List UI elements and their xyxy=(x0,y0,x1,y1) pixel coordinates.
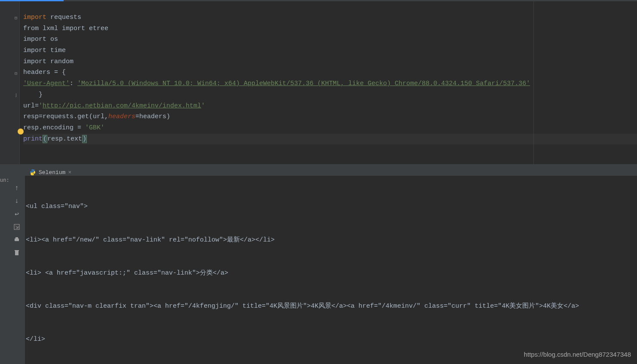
console-line: <div class="nav-m clearfix tran"><a href… xyxy=(26,301,637,312)
trash-icon[interactable] xyxy=(12,248,21,257)
scroll-up-icon[interactable]: ↑ xyxy=(12,184,21,193)
code-line[interactable]: url='http://pic.netbian.com/4kmeinv/inde… xyxy=(23,101,637,112)
run-tool-window: un: ↑ ↓ ↩ Selenium × <ul class="nav"> <l… xyxy=(0,169,637,364)
fold-marker-icon[interactable]: ⊟ xyxy=(13,16,18,21)
watermark-text: https://blog.csdn.net/Deng872347348 xyxy=(524,351,631,358)
svg-rect-2 xyxy=(15,237,18,239)
code-line[interactable]: import requests xyxy=(23,12,637,23)
print-icon[interactable] xyxy=(12,236,21,244)
console-line: <li> <a href="javascript:;" class="nav-l… xyxy=(26,268,637,279)
editor-right-margin xyxy=(533,1,534,164)
console-line: <li><a href="/new/" class="nav-link" rel… xyxy=(26,235,637,246)
console-line: </li> xyxy=(26,334,637,345)
console-line: <ul class="nav"> xyxy=(26,201,637,212)
code-line-active[interactable]: print(resp.text) xyxy=(23,134,637,145)
panel-splitter[interactable] xyxy=(0,165,637,169)
editor-gutter[interactable]: ⊟ ⊟ ⌋ xyxy=(0,1,20,164)
run-tab-bar: Selenium × xyxy=(25,169,637,176)
fold-end-icon: ⌋ xyxy=(13,93,18,98)
code-line[interactable]: } xyxy=(23,89,637,101)
run-label: un: xyxy=(0,169,9,364)
scroll-to-end-icon[interactable] xyxy=(12,223,21,231)
code-line[interactable]: import time xyxy=(23,45,637,56)
code-line[interactable]: resp=requests.get(url,headers=headers) xyxy=(23,111,637,122)
code-line[interactable]: import random xyxy=(23,56,637,67)
console-output[interactable]: <ul class="nav"> <li><a href="/new/" cla… xyxy=(25,176,637,364)
soft-wrap-icon[interactable]: ↩ xyxy=(12,210,21,218)
run-toolbar: ↑ ↓ ↩ xyxy=(9,169,25,364)
code-editor: ⊟ ⊟ ⌋ import requests from lxml import e… xyxy=(0,1,637,165)
svg-rect-1 xyxy=(15,239,19,241)
scroll-down-icon[interactable]: ↓ xyxy=(12,197,21,205)
run-tab-name[interactable]: Selenium xyxy=(39,169,65,176)
code-line[interactable]: 'User-Agent': 'Mozilla/5.0 (Windows NT 1… xyxy=(23,78,637,89)
svg-rect-4 xyxy=(15,250,19,251)
svg-rect-3 xyxy=(15,251,18,255)
code-line[interactable]: from lxml import etree xyxy=(23,23,637,34)
editor-content[interactable]: import requests from lxml import etree i… xyxy=(20,1,637,164)
python-icon xyxy=(29,169,36,176)
code-line[interactable]: import os xyxy=(23,34,637,45)
code-line[interactable]: resp.encoding = 'GBK' xyxy=(23,122,637,134)
close-tab-icon[interactable]: × xyxy=(68,169,71,176)
code-line[interactable]: headers = { xyxy=(23,67,637,78)
fold-marker-icon[interactable]: ⊟ xyxy=(13,71,18,76)
